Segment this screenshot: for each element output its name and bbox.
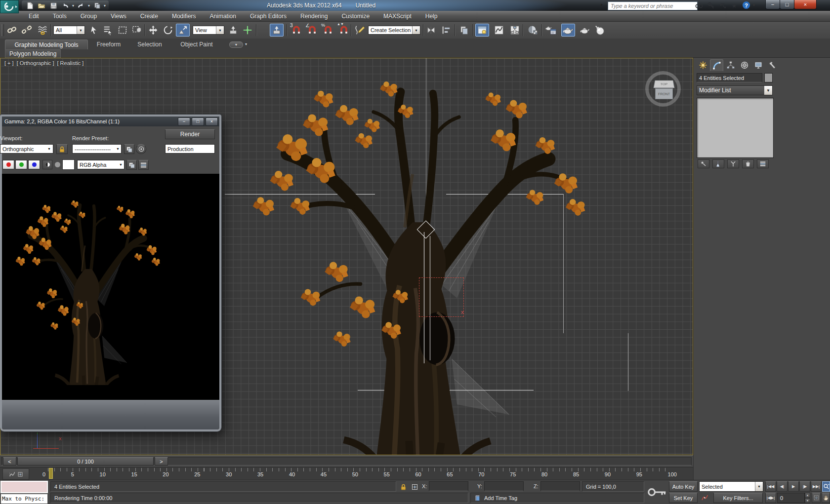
keyboard-shortcut-override-toggle[interactable]: [646, 481, 668, 503]
application-menu-button[interactable]: [0, 0, 19, 13]
help-icon[interactable]: ?: [743, 1, 750, 9]
rfw-render-setup-icon[interactable]: [124, 144, 134, 154]
combo-arrow-icon[interactable]: ▼: [764, 86, 772, 95]
select-and-scale-button[interactable]: [176, 24, 190, 37]
current-frame-field[interactable]: 0: [777, 493, 805, 503]
y-coordinate-field[interactable]: [484, 481, 524, 491]
new-file-button[interactable]: [25, 1, 35, 10]
keyboard-shortcut-override-button[interactable]: [270, 24, 284, 37]
window-close-button[interactable]: ×: [794, 0, 817, 9]
rfw-layout-button[interactable]: [138, 160, 149, 170]
select-and-manipulate-button[interactable]: [241, 24, 254, 37]
tab-modify[interactable]: [710, 59, 723, 71]
combo-arrow-icon[interactable]: ▼: [412, 26, 420, 34]
rfw-close-button[interactable]: ×: [206, 117, 218, 126]
maxscript-mini-listener[interactable]: Max to Physc:: [0, 494, 48, 504]
set-key-button[interactable]: Set Key: [669, 493, 698, 503]
rfw-title-bar[interactable]: Gamma: 2,2, RGBA Color 16 Bits/Channel (…: [2, 116, 219, 126]
ribbon-panel-polygon-modeling[interactable]: Polygon Modeling: [5, 49, 61, 58]
undo-dropdown-icon[interactable]: ▾: [72, 3, 74, 8]
make-unique-button[interactable]: [727, 159, 739, 168]
rectangular-selection-region-button[interactable]: [116, 24, 129, 37]
x-coordinate-field[interactable]: [429, 481, 468, 491]
maxscript-macro-recorder[interactable]: [0, 481, 48, 493]
rfw-alpha-channel-button[interactable]: [54, 160, 61, 169]
subscription-key-icon[interactable]: [706, 1, 716, 10]
combo-arrow-icon[interactable]: ▼: [755, 482, 763, 491]
pan-view-button[interactable]: [822, 493, 830, 503]
menu-item[interactable]: MAXScript: [376, 13, 418, 20]
render-setup-button[interactable]: [544, 24, 558, 37]
menu-item[interactable]: Animation: [203, 13, 243, 20]
open-mini-curve-editor-button[interactable]: [2, 468, 29, 480]
curve-editor-button[interactable]: [492, 24, 506, 37]
viewport-menu-shading[interactable]: [ Realistic ]: [57, 60, 83, 66]
next-frame-button[interactable]: |▶: [799, 481, 810, 492]
menu-item[interactable]: Customize: [334, 13, 376, 20]
ribbon-tab-graphite-modeling-tools[interactable]: Graphite Modeling Tools: [5, 39, 88, 49]
angle-snap-toggle-button[interactable]: ∠: [305, 24, 319, 37]
viewcube-front-face[interactable]: FRONT: [655, 88, 673, 99]
window-crossing-toggle-button[interactable]: [130, 24, 144, 37]
rfw-preset-combo[interactable]: -------------------- ▼: [72, 144, 122, 154]
viewcube-top-face[interactable]: TOP: [653, 80, 674, 88]
redo-dropdown-icon[interactable]: ▾: [88, 3, 90, 8]
viewport-menu-general[interactable]: [ + ]: [4, 60, 14, 66]
render-iterative-button[interactable]: [593, 24, 607, 37]
tab-create[interactable]: [696, 59, 709, 71]
combo-arrow-icon[interactable]: ▼: [77, 26, 84, 34]
menu-item[interactable]: Modifiers: [165, 13, 203, 20]
select-and-rotate-button[interactable]: [161, 24, 175, 37]
open-file-button[interactable]: [37, 1, 46, 10]
redo-button[interactable]: [76, 1, 86, 10]
key-mode-combo[interactable]: Selected ▼: [699, 481, 763, 492]
menu-item[interactable]: Tools: [46, 13, 74, 20]
auto-key-button[interactable]: Auto Key: [669, 481, 698, 492]
tree-model[interactable]: [233, 58, 608, 455]
go-to-end-button[interactable]: ▶▶|: [811, 481, 822, 492]
tab-utilities[interactable]: [765, 59, 779, 71]
window-minimize-button[interactable]: −: [765, 0, 780, 9]
pin-stack-button[interactable]: [698, 159, 709, 168]
rfw-render-button[interactable]: Render: [165, 129, 215, 139]
zoom-region-button[interactable]: [812, 493, 821, 503]
align-button[interactable]: [440, 24, 454, 37]
default-in-out-tangents-button[interactable]: [700, 493, 710, 503]
key-filters-button[interactable]: Key Filters...: [713, 493, 763, 503]
schematic-view-button[interactable]: [508, 24, 522, 37]
window-restore-button[interactable]: □: [780, 0, 794, 9]
z-coordinate-field[interactable]: [540, 481, 580, 491]
viewport-menu-pov[interactable]: [ Orthographic ]: [17, 60, 54, 66]
rfw-minimize-button[interactable]: −: [178, 117, 190, 126]
ribbon-minimize-dropdown-icon[interactable]: ▾: [245, 42, 247, 46]
bind-to-space-warp-button[interactable]: [36, 24, 49, 37]
combo-arrow-icon[interactable]: ▼: [47, 147, 53, 151]
use-pivot-center-button[interactable]: [226, 24, 240, 37]
rfw-channel-display-combo[interactable]: RGB Alpha ▼: [77, 160, 124, 169]
snap-toggle-3d-button[interactable]: 3: [290, 24, 303, 37]
combo-arrow-icon[interactable]: ▼: [119, 163, 124, 166]
modifier-stack-list[interactable]: [697, 98, 774, 158]
menu-item[interactable]: Rendering: [293, 13, 334, 20]
go-to-start-button[interactable]: |◀◀: [765, 481, 776, 492]
undo-button[interactable]: [60, 1, 70, 10]
spinner-snap-toggle-button[interactable]: ▲▼: [337, 24, 351, 37]
rfw-maximize-button[interactable]: □: [192, 117, 204, 126]
ribbon-tab-object-paint[interactable]: Object Paint: [176, 39, 217, 49]
graphite-ribbon-toggle-button[interactable]: [475, 24, 489, 37]
frame-field-spinner[interactable]: ▲ ▼: [805, 493, 810, 503]
selection-lock-toggle[interactable]: [398, 482, 408, 492]
show-end-result-button[interactable]: [712, 159, 724, 168]
unlink-selection-button[interactable]: [20, 24, 34, 37]
tab-motion[interactable]: [738, 59, 751, 71]
add-time-tag-bar[interactable]: Add Time Tag: [470, 493, 644, 503]
project-dropdown-icon[interactable]: ▾: [104, 3, 106, 8]
rfw-monochrome-button[interactable]: [42, 160, 52, 169]
rfw-environment-icon[interactable]: [136, 144, 146, 154]
menu-item[interactable]: Graph Editors: [243, 13, 293, 20]
object-name-field[interactable]: 4 Entities Selected: [697, 73, 762, 82]
search-icon[interactable]: [694, 1, 705, 10]
menu-item[interactable]: Create: [133, 13, 165, 20]
reference-coordinate-system-combo[interactable]: View ▼: [193, 26, 224, 35]
help-dropdown-icon[interactable]: ▾: [753, 3, 755, 7]
